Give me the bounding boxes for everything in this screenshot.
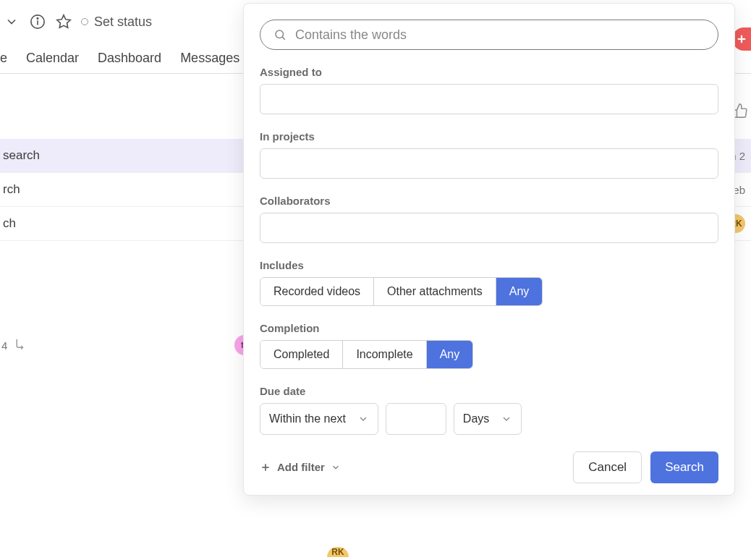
- add-filter-label: Add filter: [277, 461, 325, 473]
- subtask-count: 4: [1, 339, 7, 352]
- completion-label: Completion: [260, 322, 718, 334]
- in-projects-label: In projects: [260, 130, 718, 143]
- search-button[interactable]: Search: [650, 451, 718, 483]
- status-label: Set status: [94, 14, 152, 30]
- in-projects-input[interactable]: [260, 148, 718, 179]
- collaborators-input[interactable]: [260, 213, 718, 243]
- search-box[interactable]: [260, 20, 718, 50]
- due-range-value: Within the next: [269, 412, 346, 425]
- nav-item-dashboard[interactable]: Dashboard: [98, 51, 161, 66]
- status-indicator-icon: [81, 18, 88, 25]
- due-range-select[interactable]: Within the next: [260, 403, 378, 435]
- svg-point-2: [37, 18, 38, 19]
- chevron-down-icon: [501, 413, 512, 425]
- search-input[interactable]: [295, 27, 705, 43]
- due-unit-select[interactable]: Days: [454, 403, 522, 435]
- completion-completed[interactable]: Completed: [260, 341, 343, 368]
- completion-any[interactable]: Any: [427, 341, 473, 368]
- chevron-down-icon: [357, 413, 369, 425]
- includes-recorded[interactable]: Recorded videos: [260, 278, 374, 305]
- assigned-to-input[interactable]: [260, 84, 718, 114]
- includes-group: Recorded videos Other attachments Any: [260, 277, 543, 306]
- subtask-icon: [13, 337, 26, 353]
- set-status[interactable]: Set status: [81, 14, 152, 30]
- advanced-search-panel: Assigned to In projects Collaborators In…: [243, 3, 735, 496]
- assigned-to-label: Assigned to: [260, 66, 718, 78]
- chevron-down-icon[interactable]: [3, 13, 20, 30]
- plus-icon: [260, 462, 271, 473]
- due-amount-input[interactable]: [386, 403, 446, 435]
- includes-label: Includes: [260, 259, 718, 271]
- svg-point-6: [276, 30, 284, 38]
- svg-line-7: [282, 37, 284, 39]
- collaborators-label: Collaborators: [260, 195, 718, 207]
- nav-item-calendar[interactable]: Calendar: [26, 51, 79, 66]
- cancel-button[interactable]: Cancel: [573, 451, 642, 483]
- svg-marker-3: [57, 15, 70, 27]
- includes-any[interactable]: Any: [496, 278, 543, 305]
- nav-item-0[interactable]: e: [0, 51, 7, 66]
- search-icon: [273, 28, 287, 41]
- due-date-label: Due date: [260, 385, 718, 397]
- chevron-down-icon: [331, 462, 341, 472]
- avatar: RK: [327, 547, 349, 557]
- info-icon[interactable]: [29, 13, 46, 30]
- due-unit-value: Days: [463, 412, 489, 425]
- nav-item-messages[interactable]: Messages: [180, 51, 239, 66]
- completion-group: Completed Incomplete Any: [260, 340, 473, 369]
- completion-incomplete[interactable]: Incomplete: [343, 341, 426, 368]
- includes-attachments[interactable]: Other attachments: [374, 278, 496, 305]
- star-icon[interactable]: [55, 13, 72, 30]
